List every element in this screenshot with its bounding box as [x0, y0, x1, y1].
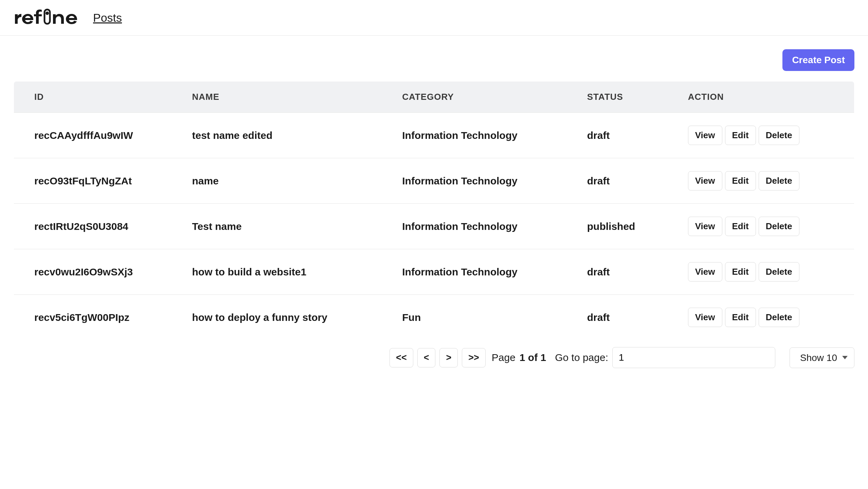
edit-button[interactable]: Edit	[725, 262, 756, 282]
app-header: Posts	[0, 0, 868, 36]
cell-category: Fun	[392, 295, 577, 340]
view-button[interactable]: View	[688, 262, 722, 282]
page-size-select[interactable]: Show 10	[790, 347, 854, 368]
table-row: recO93tFqLTyNgZAtnameInformation Technol…	[14, 158, 854, 204]
column-header-id: ID	[14, 82, 182, 113]
prev-page-button[interactable]: <	[417, 348, 436, 367]
goto-label: Go to page:	[555, 352, 608, 363]
cell-status: draft	[577, 113, 678, 158]
cell-name: test name edited	[182, 113, 392, 158]
cell-status: draft	[577, 249, 678, 295]
cell-status: draft	[577, 158, 678, 204]
delete-button[interactable]: Delete	[759, 262, 799, 282]
cell-id: recv0wu2I6O9wSXj3	[14, 249, 182, 295]
cell-category: Information Technology	[392, 158, 577, 204]
cell-name: Test name	[182, 204, 392, 249]
cell-action: ViewEditDelete	[678, 204, 854, 249]
cell-status: published	[577, 204, 678, 249]
table-row: recCAAydfffAu9wIWtest name editedInforma…	[14, 113, 854, 158]
view-button[interactable]: View	[688, 126, 722, 145]
cell-id: recv5ci6TgW00PIpz	[14, 295, 182, 340]
delete-button[interactable]: Delete	[759, 171, 799, 191]
cell-action: ViewEditDelete	[678, 113, 854, 158]
nav-link-posts[interactable]: Posts	[93, 11, 122, 24]
cell-id: recO93tFqLTyNgZAt	[14, 158, 182, 204]
column-header-status: STATUS	[577, 82, 678, 113]
cell-id: recCAAydfffAu9wIW	[14, 113, 182, 158]
page-label: Page	[492, 352, 516, 363]
column-header-name: NAME	[182, 82, 392, 113]
view-button[interactable]: View	[688, 217, 722, 236]
svg-point-1	[46, 12, 49, 15]
table-header-row: ID NAME CATEGORY STATUS ACTION	[14, 82, 854, 113]
delete-button[interactable]: Delete	[759, 308, 799, 327]
cell-id: rectIRtU2qS0U3084	[14, 204, 182, 249]
cell-name: how to deploy a funny story	[182, 295, 392, 340]
view-button[interactable]: View	[688, 171, 722, 191]
toolbar: Create Post	[14, 49, 854, 71]
delete-button[interactable]: Delete	[759, 217, 799, 236]
refine-logo-icon	[12, 7, 87, 29]
first-page-button[interactable]: <<	[390, 348, 413, 367]
refine-logo	[12, 7, 87, 29]
edit-button[interactable]: Edit	[725, 308, 756, 327]
cell-category: Information Technology	[392, 204, 577, 249]
create-post-button[interactable]: Create Post	[782, 49, 854, 71]
cell-category: Information Technology	[392, 113, 577, 158]
cell-category: Information Technology	[392, 249, 577, 295]
cell-action: ViewEditDelete	[678, 249, 854, 295]
cell-name: name	[182, 158, 392, 204]
column-header-action: ACTION	[678, 82, 854, 113]
edit-button[interactable]: Edit	[725, 126, 756, 145]
column-header-category: CATEGORY	[392, 82, 577, 113]
next-page-button[interactable]: >	[439, 348, 458, 367]
cell-action: ViewEditDelete	[678, 295, 854, 340]
pagination: << < > >> Page 1 of 1 Go to page: Show 1…	[14, 347, 854, 368]
goto-page-input[interactable]	[612, 347, 775, 368]
cell-name: how to build a website1	[182, 249, 392, 295]
edit-button[interactable]: Edit	[725, 217, 756, 236]
cell-action: ViewEditDelete	[678, 158, 854, 204]
page-count: 1 of 1	[520, 352, 546, 363]
table-row: recv5ci6TgW00PIpzhow to deploy a funny s…	[14, 295, 854, 340]
posts-table: ID NAME CATEGORY STATUS ACTION recCAAydf…	[14, 81, 854, 340]
edit-button[interactable]: Edit	[725, 171, 756, 191]
main-content: Create Post ID NAME CATEGORY STATUS ACTI…	[0, 36, 868, 382]
last-page-button[interactable]: >>	[462, 348, 486, 367]
table-row: rectIRtU2qS0U3084Test nameInformation Te…	[14, 204, 854, 249]
delete-button[interactable]: Delete	[759, 126, 799, 145]
view-button[interactable]: View	[688, 308, 722, 327]
table-row: recv0wu2I6O9wSXj3how to build a website1…	[14, 249, 854, 295]
cell-status: draft	[577, 295, 678, 340]
